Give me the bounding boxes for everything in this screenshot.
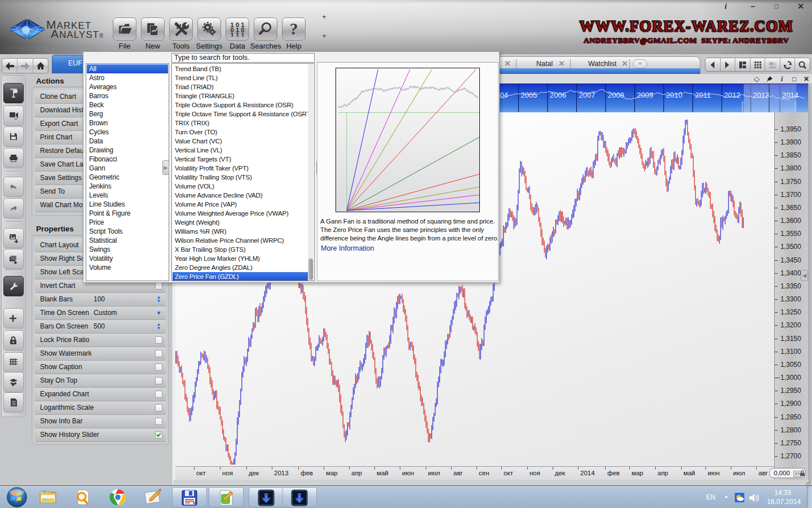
svg-text:1 1 1: 1 1 1 <box>231 32 245 37</box>
svg-text:2005: 2005 <box>521 91 537 99</box>
svg-text:64: 64 <box>193 501 197 505</box>
svg-text:?: ? <box>290 21 298 37</box>
svg-text:2012: 2012 <box>724 91 740 99</box>
